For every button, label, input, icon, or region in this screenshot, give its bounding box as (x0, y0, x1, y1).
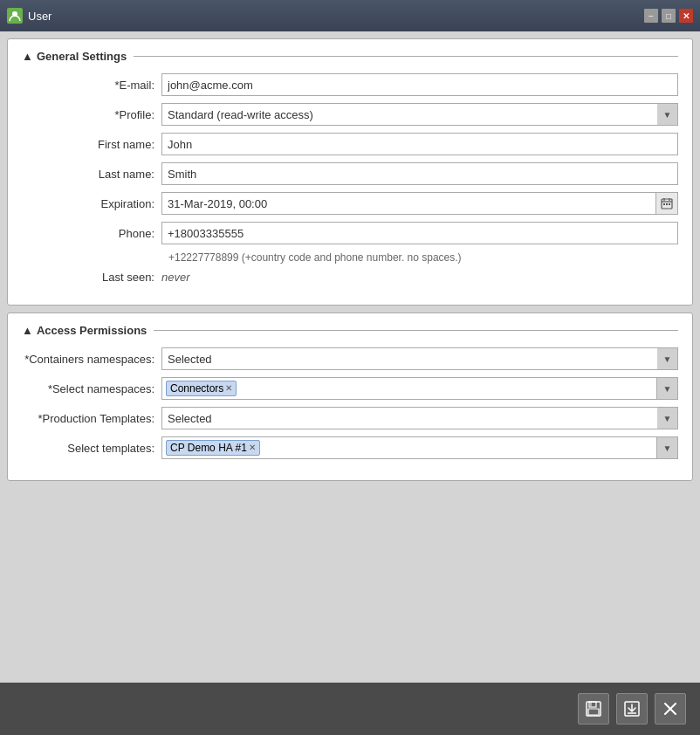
title-controls: − □ ✕ (644, 9, 693, 23)
title-bar-left: User (7, 8, 51, 24)
select-templates-row: Select templates: CP Demo HA #1 ✕ ▼ (22, 436, 678, 459)
phone-input[interactable] (161, 222, 678, 244)
containers-namespaces-select[interactable]: Selected All None (161, 347, 678, 370)
svg-rect-6 (666, 203, 668, 205)
bottom-toolbar (0, 683, 700, 735)
connectors-tag-close[interactable]: ✕ (225, 384, 232, 393)
export-button[interactable] (616, 693, 648, 725)
email-label: *E-mail: (22, 79, 161, 92)
access-permissions-header: ▲ Access Permissions (22, 324, 678, 337)
cp-demo-tag-close[interactable]: ✕ (249, 443, 256, 452)
close-button[interactable]: ✕ (679, 9, 693, 23)
connectors-tag-label: Connectors (170, 382, 223, 395)
access-permissions-title: Access Permissions (37, 324, 147, 337)
cp-demo-tag: CP Demo HA #1 ✕ (166, 440, 260, 456)
production-templates-label: *Production Templates: (22, 412, 161, 425)
select-namespaces-label: *Select namespaces: (22, 382, 161, 395)
select-namespaces-row: *Select namespaces: Connectors ✕ ▼ (22, 377, 678, 400)
window-title: User (28, 10, 51, 23)
svg-rect-7 (669, 203, 670, 205)
export-icon (623, 700, 641, 718)
namespaces-dropdown-arrow: ▼ (656, 378, 677, 399)
maximize-button[interactable]: □ (662, 9, 676, 23)
calendar-button[interactable] (655, 192, 678, 215)
main-content: ▲ General Settings *E-mail: *Profile: St… (0, 31, 700, 683)
firstname-row: First name: (22, 133, 678, 155)
lastname-input[interactable] (161, 162, 678, 185)
lastseen-label: Last seen: (22, 271, 161, 284)
containers-namespaces-label: *Containers namespaces: (22, 353, 161, 366)
profile-row: *Profile: Standard (read-write access) A… (22, 103, 678, 126)
collapse-icon-access[interactable]: ▲ (22, 324, 33, 337)
lastseen-value: never (161, 271, 190, 284)
phone-label: Phone: (22, 227, 161, 240)
cp-demo-tag-label: CP Demo HA #1 (170, 442, 247, 454)
general-settings-header: ▲ General Settings (22, 50, 678, 63)
lastname-label: Last name: (22, 168, 161, 181)
title-bar: User − □ ✕ (0, 0, 700, 31)
select-templates-label: Select templates: (22, 442, 161, 455)
production-templates-row: *Production Templates: Selected All None… (22, 407, 678, 429)
profile-label: *Profile: (22, 108, 161, 121)
general-settings-section: ▲ General Settings *E-mail: *Profile: St… (7, 38, 693, 306)
profile-select[interactable]: Standard (read-write access) Admin Read-… (161, 103, 678, 126)
firstname-label: First name: (22, 138, 161, 151)
expiration-row: Expiration: (22, 192, 678, 215)
general-settings-title: General Settings (37, 50, 127, 63)
expiration-input[interactable] (161, 192, 655, 215)
select-namespaces-field[interactable]: Connectors ✕ ▼ (161, 377, 678, 400)
save-button[interactable] (578, 693, 609, 725)
select-templates-field[interactable]: CP Demo HA #1 ✕ ▼ (161, 436, 678, 459)
delete-button[interactable] (655, 693, 686, 725)
window-icon (7, 8, 23, 24)
email-row: *E-mail: (22, 73, 678, 96)
save-icon (585, 700, 602, 718)
lastname-row: Last name: (22, 162, 678, 185)
profile-select-wrapper: Standard (read-write access) Admin Read-… (161, 103, 678, 126)
production-templates-select[interactable]: Selected All None (161, 407, 678, 429)
templates-dropdown-arrow: ▼ (656, 437, 677, 458)
svg-rect-5 (663, 203, 665, 205)
calendar-icon (661, 197, 673, 210)
delete-icon (662, 700, 679, 718)
header-line-access (154, 330, 678, 331)
phone-hint: +12227778899 (+country code and phone nu… (22, 251, 678, 264)
expiration-wrapper (161, 192, 678, 215)
svg-rect-10 (588, 709, 599, 715)
header-line (134, 56, 678, 57)
access-permissions-section: ▲ Access Permissions *Containers namespa… (7, 313, 693, 481)
minimize-button[interactable]: − (644, 9, 658, 23)
containers-namespaces-row: *Containers namespaces: Selected All Non… (22, 347, 678, 370)
expiration-label: Expiration: (22, 197, 161, 210)
svg-rect-9 (589, 702, 596, 707)
production-templates-select-wrapper: Selected All None ▼ (161, 407, 678, 429)
lastseen-row: Last seen: never (22, 271, 678, 284)
connectors-tag: Connectors ✕ (166, 381, 237, 396)
phone-row: Phone: (22, 222, 678, 244)
email-input[interactable] (161, 73, 678, 96)
containers-select-wrapper: Selected All None ▼ (161, 347, 678, 370)
firstname-input[interactable] (161, 133, 678, 155)
collapse-icon[interactable]: ▲ (22, 50, 33, 63)
